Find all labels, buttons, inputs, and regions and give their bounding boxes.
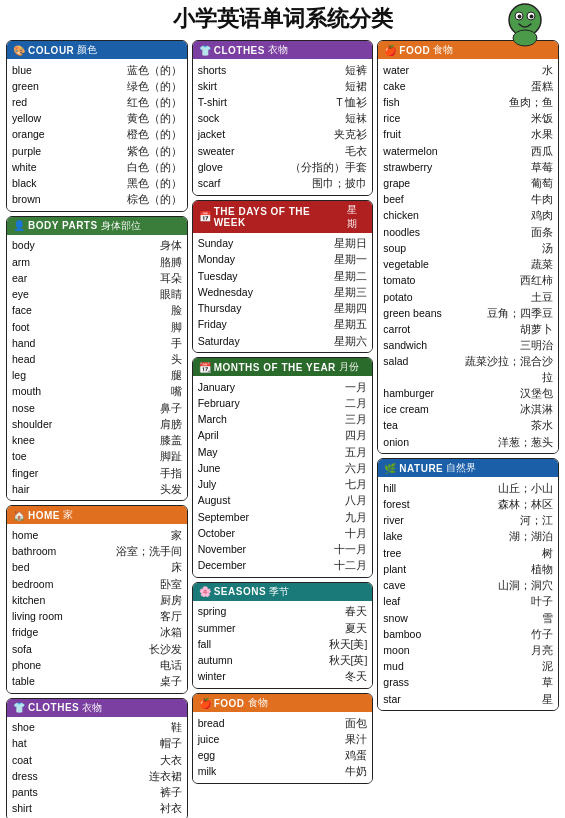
section-clothes2-body: shorts短裤skirt短裙T-shirtT 恤衫sock短袜jacket夹克… [193, 59, 373, 195]
word-english: February [198, 396, 270, 411]
word-chinese: 秋天[英] [270, 653, 368, 668]
section-colour-header: 🎨 COLOUR 颜色 [7, 41, 187, 59]
word-english: shoulder [12, 417, 84, 432]
word-english: rice [383, 111, 455, 126]
bodyparts-icon: 👤 [13, 220, 25, 231]
list-item: fruit水果 [383, 127, 553, 143]
list-item: skirt短裙 [198, 78, 368, 94]
list-item: December十二月 [198, 558, 368, 574]
word-english: hat [12, 736, 84, 751]
word-english: head [12, 352, 84, 367]
list-item: July七月 [198, 477, 368, 493]
word-english: body [12, 238, 84, 253]
list-item: May五月 [198, 444, 368, 460]
word-chinese: T 恤衫 [270, 95, 368, 110]
list-item: mouth嘴 [12, 384, 182, 400]
svg-point-4 [530, 15, 534, 19]
section-clothes2: 👕 CLOTHES 衣物 shorts短裤skirt短裙T-shirtT 恤衫s… [192, 40, 374, 196]
word-english: grape [383, 176, 455, 191]
word-english: T-shirt [198, 95, 270, 110]
word-chinese: 草莓 [455, 160, 553, 175]
word-english: cake [383, 79, 455, 94]
word-english: October [198, 526, 270, 541]
word-english: coat [12, 753, 84, 768]
word-chinese: 蔬菜沙拉；混合沙拉 [455, 354, 553, 384]
list-item: brown棕色（的） [12, 192, 182, 208]
section-clothes1-header: 👕 CLOTHES 衣物 [7, 699, 187, 717]
word-english: Monday [198, 252, 270, 267]
list-item: rice米饭 [383, 111, 553, 127]
word-chinese: 西红柿 [455, 273, 553, 288]
list-item: October十月 [198, 525, 368, 541]
section-food1-body: bread面包juice果汁egg鸡蛋milk牛奶 [193, 712, 373, 783]
list-item: plant植物 [383, 561, 553, 577]
word-english: orange [12, 127, 84, 142]
list-item: Monday星期一 [198, 252, 368, 268]
word-english: jacket [198, 127, 270, 142]
list-item: bread面包 [198, 715, 368, 731]
word-chinese: 十二月 [270, 558, 368, 573]
list-item: T-shirtT 恤衫 [198, 94, 368, 110]
word-english: bed [12, 560, 84, 575]
word-english: white [12, 160, 84, 175]
word-chinese: 膝盖 [84, 433, 182, 448]
section-months: 📆 MONTHS OF THE YEAR 月份 January一月Februar… [192, 357, 374, 578]
word-chinese: 卧室 [84, 577, 182, 592]
word-english: fruit [383, 127, 455, 142]
word-english: tomato [383, 273, 455, 288]
list-item: leaf叶子 [383, 594, 553, 610]
word-chinese: 蓝色（的） [84, 63, 182, 78]
word-chinese: 果汁 [270, 732, 368, 747]
word-chinese: 橙色（的） [84, 127, 182, 142]
word-english: summer [198, 621, 270, 636]
word-english: carrot [383, 322, 455, 337]
word-chinese: 手指 [84, 466, 182, 481]
word-english: sweater [198, 144, 270, 159]
word-chinese: 星期六 [270, 334, 368, 349]
word-chinese: 西瓜 [455, 144, 553, 159]
list-item: shorts短裤 [198, 62, 368, 78]
word-english: hair [12, 482, 84, 497]
list-item: fridge冰箱 [12, 625, 182, 641]
list-item: sandwich三明治 [383, 338, 553, 354]
word-english: Friday [198, 317, 270, 332]
word-english: foot [12, 320, 84, 335]
word-english: pants [12, 785, 84, 800]
word-chinese: 鞋 [84, 720, 182, 735]
word-chinese: 面包 [270, 716, 368, 731]
word-chinese: 裤子 [84, 785, 182, 800]
list-item: phone电话 [12, 657, 182, 673]
list-item: kitchen厨房 [12, 592, 182, 608]
list-item: Saturday星期六 [198, 333, 368, 349]
list-item: grape葡萄 [383, 176, 553, 192]
word-english: chicken [383, 208, 455, 223]
word-chinese: 红色（的） [84, 95, 182, 110]
section-days-body: Sunday星期日Monday星期一Tuesday星期二Wednesday星期三… [193, 233, 373, 353]
word-english: Thursday [198, 301, 270, 316]
column-3: 🍎 FOOD 食物 water水cake蛋糕fish鱼肉；鱼rice米饭frui… [377, 40, 559, 711]
word-chinese: 客厅 [84, 609, 182, 624]
word-english: onion [383, 435, 455, 450]
word-english: egg [198, 748, 270, 763]
section-seasons-body: spring春天summer夏天fall秋天[美]autumn秋天[英]wint… [193, 601, 373, 688]
list-item: tea茶水 [383, 418, 553, 434]
section-colour: 🎨 COLOUR 颜色 blue蓝色（的）green绿色（的）red红色（的）y… [6, 40, 188, 212]
word-english: November [198, 542, 270, 557]
section-seasons: 🌸 SEASONS 季节 spring春天summer夏天fall秋天[美]au… [192, 582, 374, 689]
word-chinese: 水 [455, 63, 553, 78]
list-item: living room客厅 [12, 609, 182, 625]
word-chinese: 眼睛 [84, 287, 182, 302]
list-item: nose鼻子 [12, 400, 182, 416]
list-item: April四月 [198, 428, 368, 444]
word-chinese: 连衣裙 [84, 769, 182, 784]
clothes2-icon: 👕 [199, 45, 211, 56]
list-item: moon月亮 [383, 642, 553, 658]
list-item: fish鱼肉；鱼 [383, 94, 553, 110]
word-english: glove [198, 160, 270, 175]
list-item: coat大衣 [12, 752, 182, 768]
word-english: strawberry [383, 160, 455, 175]
food1-icon: 🍎 [199, 698, 211, 709]
months-icon: 📆 [199, 362, 211, 373]
word-chinese: 七月 [270, 477, 368, 492]
svg-point-5 [513, 30, 537, 46]
